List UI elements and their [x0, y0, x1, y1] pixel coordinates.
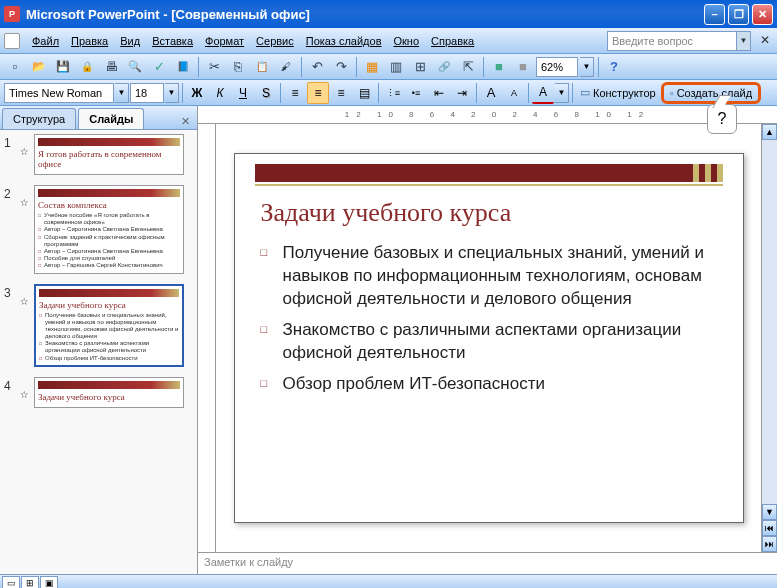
- thumbnail-row[interactable]: 2✫Состав комплексаУчебное пособие «Я гот…: [4, 185, 193, 274]
- menu-help[interactable]: Справка: [425, 32, 480, 50]
- outline-pane: Структура Слайды ✕ 1✫Я готов работать в …: [0, 106, 198, 574]
- menu-edit[interactable]: Правка: [65, 32, 114, 50]
- thumbnail[interactable]: Я готов работать в современном офисе: [34, 134, 184, 175]
- close-pane-icon[interactable]: ✕: [177, 113, 193, 129]
- ask-question-input[interactable]: Введите вопрос: [607, 31, 737, 51]
- bold-button[interactable]: Ж: [186, 82, 208, 104]
- zoom-combo[interactable]: 62%: [536, 57, 578, 77]
- designer-button[interactable]: Конструктор: [576, 82, 660, 104]
- expand-icon[interactable]: [457, 56, 479, 78]
- app-icon: P: [4, 6, 20, 22]
- font-size-combo[interactable]: 18: [130, 83, 164, 103]
- slide-title[interactable]: Задачи учебного курса: [261, 198, 717, 228]
- thumbnail[interactable]: Задачи учебного курса: [34, 377, 184, 408]
- decrease-indent-icon[interactable]: [428, 82, 450, 104]
- align-right-icon[interactable]: [330, 82, 352, 104]
- insert-chart-icon[interactable]: [361, 56, 383, 78]
- thumbnail[interactable]: Задачи учебного курсаПолучение базовых и…: [34, 284, 184, 367]
- decrease-font-icon[interactable]: [503, 82, 525, 104]
- thumbnail-row[interactable]: 1✫Я готов работать в современном офисе: [4, 134, 193, 175]
- vertical-ruler: [198, 124, 216, 552]
- thumbnail-list[interactable]: 1✫Я готов работать в современном офисе2✫…: [0, 130, 197, 574]
- spellcheck-icon[interactable]: [148, 56, 170, 78]
- cut-icon[interactable]: [203, 56, 225, 78]
- insert-table-icon[interactable]: [385, 56, 407, 78]
- tab-slides[interactable]: Слайды: [78, 108, 144, 129]
- animation-icon: ✫: [20, 134, 30, 175]
- font-size-dropdown[interactable]: ▼: [165, 83, 179, 103]
- font-color-icon[interactable]: [532, 82, 554, 104]
- sorter-view-icon[interactable]: ⊞: [21, 576, 39, 589]
- prev-slide-icon[interactable]: ⏮: [762, 520, 777, 536]
- redo-icon[interactable]: [330, 56, 352, 78]
- undo-icon[interactable]: [306, 56, 328, 78]
- shadow-button[interactable]: S: [255, 82, 277, 104]
- grayscale-icon[interactable]: [512, 56, 534, 78]
- slide-content[interactable]: Получение базовых и специальных знаний, …: [261, 242, 717, 396]
- align-left-icon[interactable]: [284, 82, 306, 104]
- slideshow-view-icon[interactable]: ▣: [40, 576, 58, 589]
- ask-question-dropdown[interactable]: ▼: [737, 31, 751, 51]
- paste-icon[interactable]: [251, 56, 273, 78]
- tab-structure[interactable]: Структура: [2, 108, 76, 129]
- window-titlebar: P Microsoft PowerPoint - [Современный оф…: [0, 0, 777, 28]
- view-bar: ▭ ⊞ ▣: [0, 574, 777, 588]
- normal-view-icon[interactable]: ▭: [2, 576, 20, 589]
- menu-insert[interactable]: Вставка: [146, 32, 199, 50]
- print-icon[interactable]: [100, 56, 122, 78]
- align-center-icon[interactable]: [307, 82, 329, 104]
- slideshow-color-icon[interactable]: [488, 56, 510, 78]
- vertical-scrollbar[interactable]: ▲ ▼ ⏮ ⏭: [761, 124, 777, 552]
- open-icon[interactable]: [28, 56, 50, 78]
- hyperlink-icon[interactable]: [433, 56, 455, 78]
- minimize-button[interactable]: –: [704, 4, 725, 25]
- bullet-list-icon[interactable]: [405, 82, 427, 104]
- next-slide-icon[interactable]: ⏭: [762, 536, 777, 552]
- scroll-down-icon[interactable]: ▼: [762, 504, 777, 520]
- menu-view[interactable]: Вид: [114, 32, 146, 50]
- font-combo[interactable]: Times New Roman: [4, 83, 114, 103]
- close-button[interactable]: ✕: [752, 4, 773, 25]
- slide[interactable]: Задачи учебного курса Получение базовых …: [234, 153, 744, 523]
- underline-button[interactable]: Ч: [232, 82, 254, 104]
- thumbnail[interactable]: Состав комплексаУчебное пособие «Я готов…: [34, 185, 184, 274]
- new-slide-icon: [670, 87, 674, 99]
- animation-icon: ✫: [20, 284, 30, 367]
- notes-pane[interactable]: Заметки к слайду: [198, 552, 777, 574]
- standard-toolbar: 62% ▼: [0, 54, 777, 80]
- maximize-button[interactable]: ❐: [728, 4, 749, 25]
- new-icon[interactable]: [4, 56, 26, 78]
- font-dropdown[interactable]: ▼: [115, 83, 129, 103]
- tables-borders-icon[interactable]: [409, 56, 431, 78]
- menu-file[interactable]: Файл: [26, 32, 65, 50]
- slide-bullet[interactable]: Обзор проблем ИТ-безопасности: [261, 373, 717, 396]
- menu-bar: Файл Правка Вид Вставка Формат Сервис По…: [0, 28, 777, 54]
- zoom-dropdown[interactable]: ▼: [580, 57, 594, 77]
- slide-canvas[interactable]: Задачи учебного курса Получение базовых …: [216, 124, 761, 552]
- document-icon[interactable]: [4, 33, 20, 49]
- research-icon[interactable]: [172, 56, 194, 78]
- copy-icon[interactable]: [227, 56, 249, 78]
- help-icon[interactable]: [603, 56, 625, 78]
- numbered-list-icon[interactable]: [382, 82, 404, 104]
- menu-slideshow[interactable]: Показ слайдов: [300, 32, 388, 50]
- new-slide-button[interactable]: Создать слайд: [661, 82, 761, 104]
- format-painter-icon[interactable]: [275, 56, 297, 78]
- font-color-dropdown[interactable]: ▼: [555, 83, 569, 103]
- print-preview-icon[interactable]: [124, 56, 146, 78]
- thumbnail-row[interactable]: 3✫Задачи учебного курсаПолучение базовых…: [4, 284, 193, 367]
- increase-indent-icon[interactable]: [451, 82, 473, 104]
- italic-button[interactable]: К: [209, 82, 231, 104]
- menu-window[interactable]: Окно: [388, 32, 426, 50]
- slide-bullet[interactable]: Получение базовых и специальных знаний, …: [261, 242, 717, 311]
- slide-bullet[interactable]: Знакомство с различными аспектами органи…: [261, 319, 717, 365]
- scroll-up-icon[interactable]: ▲: [762, 124, 777, 140]
- mdi-close-button[interactable]: ✕: [757, 33, 773, 49]
- permission-icon[interactable]: [76, 56, 98, 78]
- thumbnail-row[interactable]: 4✫Задачи учебного курса: [4, 377, 193, 408]
- menu-service[interactable]: Сервис: [250, 32, 300, 50]
- align-justify-icon[interactable]: [353, 82, 375, 104]
- save-icon[interactable]: [52, 56, 74, 78]
- increase-font-icon[interactable]: [480, 82, 502, 104]
- menu-format[interactable]: Формат: [199, 32, 250, 50]
